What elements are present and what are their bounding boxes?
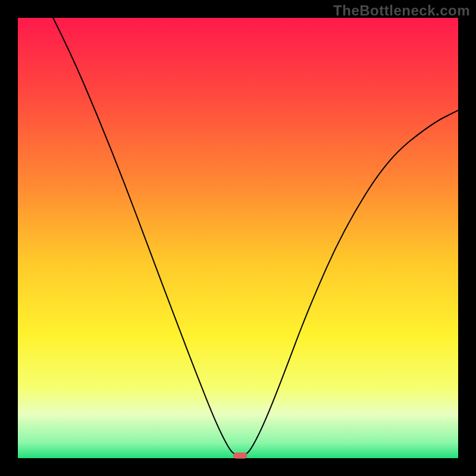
bottleneck-chart: [0, 0, 476, 476]
chart-frame: TheBottleneck.com: [0, 0, 476, 476]
optimal-point-marker: [233, 452, 248, 458]
watermark-text: TheBottleneck.com: [333, 2, 470, 19]
